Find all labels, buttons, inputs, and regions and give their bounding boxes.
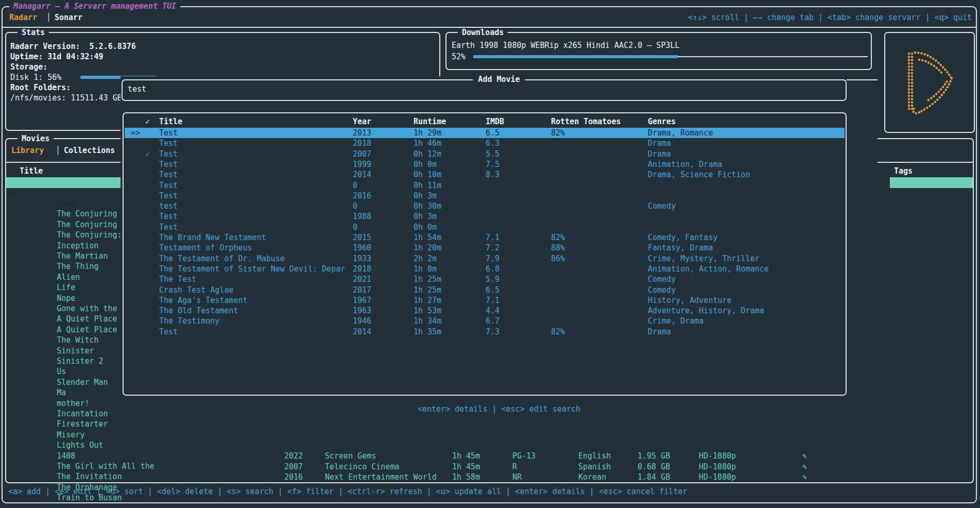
movie-language: Spanish bbox=[578, 462, 611, 472]
selection-marker: => bbox=[131, 128, 140, 138]
search-result-row[interactable]: Test 2014 1h 35m 7.3 82% Drama bbox=[125, 327, 845, 337]
movie-year: 2007 bbox=[284, 462, 303, 472]
movie-list-item[interactable]: The Conjuring 2 bbox=[20, 199, 127, 209]
result-title: Test bbox=[159, 170, 178, 180]
search-result-row[interactable]: Test 1988 0h 3m bbox=[125, 211, 845, 222]
search-result-row[interactable]: The Aga's Testament 1967 1h 27m 7.1 Hist… bbox=[125, 295, 845, 306]
result-year: 2007 bbox=[353, 149, 371, 159]
result-rotten-tomatoes: 82% bbox=[551, 232, 565, 243]
result-runtime: 2h 2m bbox=[414, 253, 437, 264]
movie-list-item[interactable]: Misery bbox=[20, 409, 84, 419]
result-imdb: 7.1 bbox=[486, 232, 500, 243]
movie-list-item[interactable]: Inception bbox=[20, 220, 99, 230]
selection-marker: => bbox=[8, 188, 18, 198]
search-result-row[interactable]: The Old Testament 1963 1h 53m 4.4 Advent… bbox=[125, 306, 845, 316]
tab-radarr[interactable]: Radarr bbox=[9, 12, 37, 23]
result-genres: Drama bbox=[648, 327, 671, 337]
movie-search-input[interactable] bbox=[127, 84, 837, 94]
tab-sonarr[interactable]: Sonarr bbox=[55, 12, 82, 23]
movie-list-item[interactable]: Sinister bbox=[20, 325, 94, 335]
movie-list-item[interactable]: Slender Man bbox=[20, 357, 108, 367]
search-result-row[interactable]: ✓ Test 2007 0h 12m 5.5 Drama bbox=[125, 149, 845, 159]
movie-list-item[interactable]: The Witch bbox=[20, 314, 99, 325]
result-imdb: 5.9 bbox=[486, 274, 500, 284]
movie-list-item[interactable]: => Dune bbox=[20, 178, 75, 188]
result-genres: Crime, Drama bbox=[648, 316, 703, 326]
result-runtime: 0h 3m bbox=[414, 191, 437, 201]
movie-list-item[interactable]: 1408 bbox=[20, 430, 75, 441]
search-result-row[interactable]: The Testament of Sister New Devil: Depar… bbox=[125, 264, 845, 274]
search-result-row[interactable]: The Test 2021 1h 25m 5.9 Comedy bbox=[125, 274, 845, 284]
popup-keybind-hints: <enter> details | <esc> edit search bbox=[121, 404, 878, 414]
imdb-header: IMDB bbox=[486, 116, 504, 127]
result-title: The Old Testament bbox=[159, 306, 238, 316]
search-result-row[interactable]: Test 1999 0h 0m 7.5 Animation, Drama bbox=[125, 159, 845, 170]
search-result-row[interactable]: Testament of Orpheus 1960 1h 20m 7.2 88%… bbox=[125, 243, 845, 253]
result-runtime: 0h 0m bbox=[414, 222, 437, 232]
result-year: 2017 bbox=[353, 285, 371, 295]
result-runtime: 1h 46m bbox=[414, 138, 441, 148]
movie-list-item[interactable]: Incantation bbox=[20, 388, 108, 398]
result-title: Testament of Orpheus bbox=[159, 243, 252, 253]
tab-library[interactable]: Library bbox=[11, 145, 44, 156]
result-runtime: 1h 53m bbox=[414, 306, 441, 316]
app-title: Managarr — A Servarr management TUI bbox=[9, 1, 180, 11]
result-imdb: 5.5 bbox=[486, 149, 500, 159]
search-result-row[interactable]: Test 2018 1h 46m 6.3 Drama bbox=[125, 138, 845, 148]
movie-list-item[interactable]: Us bbox=[20, 346, 66, 356]
result-title: Test bbox=[159, 180, 178, 191]
result-runtime: 1h 20m bbox=[414, 243, 441, 253]
search-result-row[interactable]: The Brand New Testament 2015 1h 54m 7.1 … bbox=[125, 232, 845, 243]
search-result-row[interactable]: Crash Test Aglae 2017 1h 25m 6.5 Comedy bbox=[125, 285, 845, 295]
tab-collections[interactable]: Collections bbox=[64, 145, 115, 156]
result-runtime: 0h 0m bbox=[414, 159, 437, 170]
result-year: 1933 bbox=[353, 253, 371, 264]
movie-runtime: 1h 58m bbox=[452, 472, 480, 482]
disk-label: Disk 1: 56% bbox=[10, 72, 61, 82]
result-imdb: 6.7 bbox=[486, 316, 500, 326]
movie-list-item[interactable]: Firestarter bbox=[20, 398, 108, 409]
movie-list-item[interactable]: Lights Out bbox=[20, 419, 104, 430]
result-genres: Animation, Action, Romance bbox=[648, 264, 769, 274]
movie-list-item[interactable]: The Conjuring bbox=[20, 188, 117, 198]
movie-list-item[interactable]: Ma bbox=[20, 367, 66, 377]
result-runtime: 1h 0m bbox=[414, 264, 437, 274]
movie-list-item[interactable]: Life bbox=[20, 262, 75, 272]
search-result-row[interactable]: The Testimony 1946 1h 34m 6.7 Crime, Dra… bbox=[125, 316, 845, 326]
result-title: The Test bbox=[159, 274, 196, 284]
result-title: Crash Test Aglae bbox=[159, 285, 234, 295]
movie-quality-profile: HD-1080p bbox=[699, 462, 736, 472]
movie-list-item[interactable]: A Quiet Place bbox=[20, 293, 117, 303]
download-progress-gauge bbox=[473, 52, 868, 62]
movie-language: Korean bbox=[578, 472, 606, 482]
search-result-row[interactable]: Test 2016 0h 3m bbox=[125, 191, 845, 201]
popup-top-border-extension bbox=[847, 79, 878, 80]
movie-list-item[interactable]: The Martian bbox=[20, 230, 108, 241]
result-title: The Testament of Sister New Devil: Depar bbox=[159, 264, 345, 274]
edit-pencil-icon: ✎ bbox=[802, 451, 807, 461]
search-result-row[interactable]: test 0 0h 30m Comedy bbox=[125, 201, 845, 211]
movie-list-item[interactable]: Nope bbox=[20, 273, 75, 283]
movie-list-item[interactable]: The Thing bbox=[20, 241, 99, 251]
header-divider bbox=[3, 27, 977, 28]
result-imdb: 7.2 bbox=[486, 243, 500, 253]
movie-list-item[interactable]: Sinister 2 bbox=[20, 335, 104, 346]
search-result-row[interactable]: Test 0 0h 11m bbox=[125, 180, 845, 191]
search-result-row[interactable]: Test 0 0h 0m bbox=[125, 222, 845, 232]
movie-list-item[interactable]: mother! bbox=[20, 378, 89, 388]
movie-table-row[interactable]: 2016 Next Entertainment World 1h 58m NR … bbox=[0, 472, 980, 482]
movie-list-item[interactable]: Alien bbox=[20, 251, 80, 262]
search-result-row[interactable]: The Testament of Dr. Mabuse 1933 2h 2m 7… bbox=[125, 253, 845, 264]
uptime: Uptime: 31d 04:32:49 bbox=[10, 52, 104, 62]
movie-table-row[interactable]: 2022 Screen Gems 1h 45m PG-13 English 1.… bbox=[0, 451, 980, 461]
search-result-row[interactable]: Test 2014 0h 10m 8.3 Drama, Science Fict… bbox=[125, 170, 845, 180]
result-runtime: 0h 3m bbox=[414, 211, 437, 222]
movie-table-row[interactable]: 2007 Telecinco Cinema 1h 45m R Spanish 0… bbox=[0, 462, 980, 472]
result-imdb: 7.1 bbox=[486, 295, 500, 306]
result-runtime: 0h 11m bbox=[414, 180, 441, 191]
result-year: 0 bbox=[353, 222, 357, 232]
result-title: Test bbox=[159, 128, 178, 138]
edit-pencil-icon: ✎ bbox=[802, 462, 807, 472]
result-year: 2013 bbox=[353, 128, 371, 138]
search-result-row[interactable]: => Test 2013 1h 29m 6.5 82% Drama, Roman… bbox=[125, 128, 845, 138]
